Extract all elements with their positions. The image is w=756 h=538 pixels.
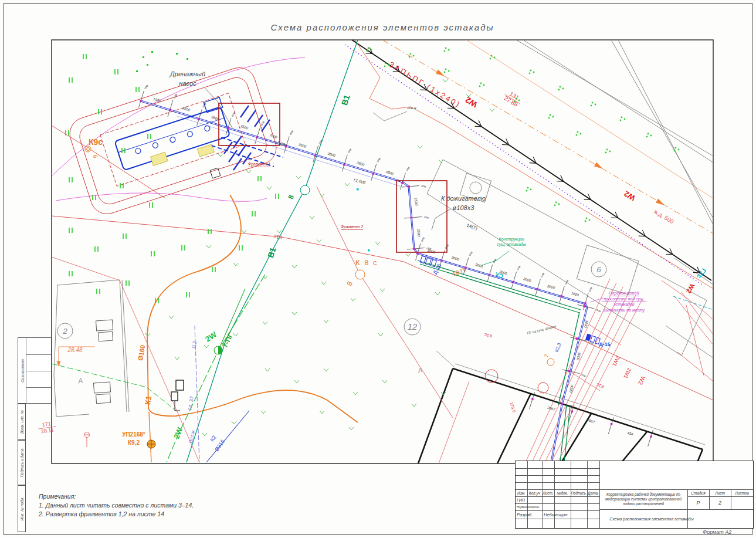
w2-label-c: W2 xyxy=(637,375,646,386)
note-item: 2. Развертка фрагментов 1,2 на листе 14 xyxy=(39,510,194,519)
kv02-label: 0,2 xyxy=(191,340,198,348)
w1-label-a: 2W1 xyxy=(611,355,621,367)
road-edge-line xyxy=(466,40,713,198)
k1s-label-b: К1с xyxy=(484,332,493,339)
svg-text:опв: опв xyxy=(421,184,426,188)
tb-col-data: Дата. xyxy=(587,489,599,496)
well-171-symbol xyxy=(84,432,90,448)
k1-label: К1 xyxy=(143,395,153,405)
rail-500-label: ж.д. 500 xyxy=(653,208,675,225)
site-plan: ДренажныйнасосФрагмент 1Фрагмент 2К дожи… xyxy=(0,0,756,538)
svg-text:6: 6 xyxy=(596,265,601,274)
road-signs xyxy=(171,380,184,411)
svg-text:опв: опв xyxy=(375,157,381,163)
tb-doc-title: Схема расположения элементов эстакады xyxy=(599,509,704,528)
format-label: Формат А2 xyxy=(703,529,731,535)
svg-text:Ø160: Ø160 xyxy=(137,344,146,361)
svg-text:8: 8 xyxy=(287,194,296,200)
cable-zapg-label: ЗАПЬПГ (1х240) xyxy=(387,60,462,110)
rack-label-leader xyxy=(482,251,509,265)
k9s-manhole xyxy=(85,146,91,152)
up2168-manhole xyxy=(147,440,155,448)
svg-text:К1с: К1с xyxy=(596,382,605,389)
k1-branch xyxy=(149,412,151,462)
k1s-label-a: К1с xyxy=(273,234,282,241)
svg-text:0,2: 0,2 xyxy=(191,340,198,348)
drain-pump-label: Дренажныйнасос xyxy=(169,70,205,87)
svg-text:2W: 2W xyxy=(172,426,184,440)
d160-label: Ø160 xyxy=(137,344,146,361)
svg-text:3500: 3500 xyxy=(240,124,249,130)
fragment-1-label: Фрагмент 1 xyxy=(248,162,270,167)
yellow-pads xyxy=(151,137,215,171)
tb-sheets-label: Листов xyxy=(731,489,753,496)
svg-text:434: 434 xyxy=(627,431,634,437)
sl37-label: сл. 37 xyxy=(187,395,195,411)
svg-text:W2: W2 xyxy=(463,95,479,110)
svg-text:Фрагмент 2: Фрагмент 2 xyxy=(341,225,363,229)
tb-col-podpis: Подпись. xyxy=(571,489,587,496)
building-no-6: 6 xyxy=(591,262,606,277)
svg-text:+1,006: +1,006 xyxy=(352,177,366,185)
k9s-9: 9 xyxy=(92,154,99,158)
svg-text:К1с: К1с xyxy=(273,234,282,241)
svg-text:28.11: 28.11 xyxy=(40,427,54,434)
dimension-run: 26672667434 xyxy=(530,392,653,447)
title-block: Изм. Кол.уч Лист. №док. Подпись. Дата. Г… xyxy=(515,461,754,529)
up2168-label: УП2168°К9,2 xyxy=(122,431,145,446)
svg-text:выполнить по месту: выполнить по месту xyxy=(604,308,645,313)
green-dash-line xyxy=(52,364,176,411)
pipeline-outer xyxy=(141,101,587,462)
building-no-12: 12 xyxy=(404,319,421,335)
k2-label: К2 xyxy=(209,434,218,442)
elev-1006-a: +1,006 xyxy=(352,177,366,185)
svg-text:3500: 3500 xyxy=(298,143,307,148)
svg-text:опв: опв xyxy=(581,373,587,378)
pg-truss-label: ПГ на сущ. ферме xyxy=(527,324,557,335)
svg-text:К1: К1 xyxy=(143,395,153,405)
g2s-label: Г2с xyxy=(696,267,707,280)
k8s-label: К 8 с xyxy=(355,258,378,267)
svg-text:эстакадой: эстакадой xyxy=(613,302,635,306)
mark-14-7: 14(7) xyxy=(466,223,478,231)
w2-right-label: W2 xyxy=(622,189,636,202)
svg-text:опв: опв xyxy=(443,243,449,249)
v1-node xyxy=(300,185,310,195)
drawing-sheet: Схема расположения элементов эстакады xyxy=(0,0,756,538)
building-6 xyxy=(427,160,707,356)
svg-text:Вст.ж: Вст.ж xyxy=(188,430,196,444)
svg-text:опв: опв xyxy=(491,258,497,263)
building-no-2: 2 xyxy=(57,323,73,339)
existing-rack-label: Конструкциисущ. эстакады xyxy=(497,237,526,247)
tb-col-izm: Изм. xyxy=(516,489,527,496)
stamp-inv-replace-box: Взам. инв. № xyxy=(18,404,26,440)
note-item: 1. Данный лист читать совместно с листам… xyxy=(39,501,194,510)
notes-heading: Примечания: xyxy=(39,492,194,501)
annotation-layer: ДренажныйнасосФрагмент 1Фрагмент 2К дожи… xyxy=(38,48,708,453)
svg-text:К2: К2 xyxy=(209,434,218,442)
svg-text:7-ПГ: 7-ПГ xyxy=(221,331,235,349)
svg-text:Перенос сетей: Перенос сетей xyxy=(609,291,639,296)
cable-dotted-line xyxy=(345,45,704,286)
svg-text:3500: 3500 xyxy=(385,170,394,176)
tb-stage-value: Р xyxy=(687,496,709,509)
d16-label: Д-16 xyxy=(432,263,442,276)
svg-text:Г2с: Г2с xyxy=(696,267,707,280)
svg-text:3500: 3500 xyxy=(182,106,191,112)
svg-text:опв: опв xyxy=(289,129,294,135)
svg-text:опв: опв xyxy=(201,102,207,108)
elev-2848: 28.48 xyxy=(67,347,82,353)
fragment-2-label: Фрагмент 2 xyxy=(341,225,363,230)
svg-text:произвести под сущ.: произвести под сущ. xyxy=(604,297,645,302)
v1-top-label: В1 xyxy=(340,93,352,106)
tb-normo: Нормоконтроль. xyxy=(516,503,543,510)
svg-text:К1с: К1с xyxy=(484,332,493,339)
stamp-agreed-box: Согласовано xyxy=(18,337,52,404)
svg-text:УП2168°: УП2168° xyxy=(122,431,145,438)
tb-sheets-value xyxy=(731,496,753,509)
afterburner-label: К дожигателюø108х3 xyxy=(441,195,486,211)
stamp-inv-replace-label: Взам. инв. № xyxy=(20,410,24,434)
flow-arrows xyxy=(436,70,666,208)
svg-text:В1: В1 xyxy=(266,246,278,259)
tb-sheet-value: 2 xyxy=(709,496,731,509)
